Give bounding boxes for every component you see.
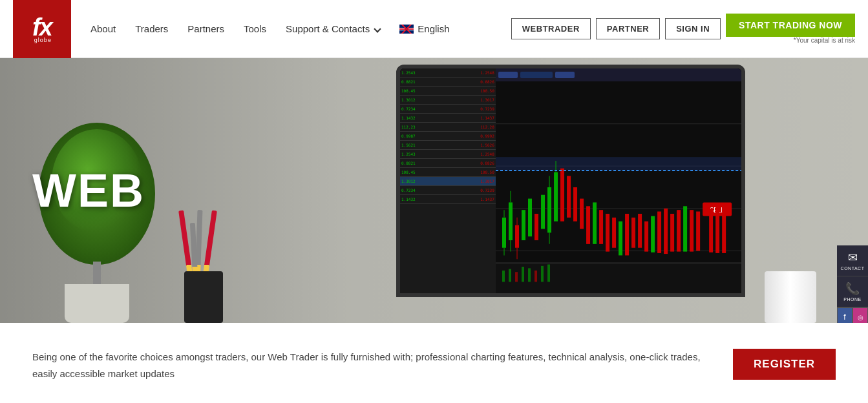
contact-button[interactable]: ✉ CONTACT (837, 245, 868, 276)
capital-risk-text: *Your capital is at risk (794, 37, 855, 44)
instagram-icon: ◎ (858, 314, 863, 321)
hero-main-text: WEB (32, 164, 145, 217)
side-contact-buttons: ✉ CONTACT 📞 PHONE f ◎ in 🐦 (837, 245, 868, 323)
facebook-icon: f (843, 313, 845, 322)
svg-rect-35 (631, 218, 635, 248)
main-nav: About Traders Partners Tools Support & C… (90, 23, 511, 34)
svg-rect-41 (670, 214, 674, 252)
nav-about[interactable]: About (90, 23, 116, 34)
nav-partners[interactable]: Partners (187, 23, 224, 34)
nav-support[interactable]: Support & Contacts (286, 23, 380, 34)
hero-section: 1.25431.2548 0.88210.8826 108.45108.50 1… (0, 58, 868, 323)
svg-rect-36 (638, 214, 642, 248)
svg-rect-45 (696, 211, 700, 251)
nav-traders[interactable]: Traders (135, 23, 168, 34)
phone-icon: 📞 (845, 282, 860, 296)
svg-rect-26 (573, 187, 577, 222)
language-label: English (418, 23, 449, 34)
pencil-cup-decoration (175, 220, 233, 323)
svg-rect-18 (541, 195, 545, 229)
chevron-down-icon (374, 25, 381, 32)
svg-rect-24 (560, 169, 564, 222)
logo[interactable]: fx globe (13, 0, 71, 58)
phone-label: PHONE (843, 297, 861, 302)
content-section: Being one of the favorite choices amongs… (0, 323, 868, 403)
instagram-button[interactable]: ◎ (852, 307, 868, 323)
svg-rect-48 (709, 209, 713, 253)
svg-rect-15 (522, 210, 525, 240)
envelope-icon: ✉ (848, 251, 858, 265)
white-cup-decoration (765, 271, 816, 323)
svg-rect-28 (586, 206, 590, 244)
svg-rect-58 (528, 268, 531, 282)
signin-button[interactable]: SIGN IN (665, 18, 721, 39)
partner-button[interactable]: PARTNER (596, 18, 660, 39)
svg-rect-6 (502, 218, 506, 248)
language-selector[interactable]: English (399, 23, 449, 34)
svg-rect-57 (522, 267, 524, 282)
uk-flag-icon (399, 25, 414, 34)
content-description: Being one of the favorite choices amongs… (32, 349, 707, 382)
svg-rect-27 (580, 199, 584, 229)
svg-rect-54 (502, 271, 505, 282)
svg-rect-37 (644, 222, 648, 252)
svg-rect-25 (567, 176, 571, 217)
svg-rect-22 (554, 172, 558, 222)
svg-rect-0 (496, 81, 741, 293)
svg-rect-33 (619, 222, 622, 256)
register-button[interactable]: REGISTER (733, 349, 836, 380)
svg-rect-38 (651, 216, 655, 253)
svg-rect-49 (715, 206, 719, 253)
svg-rect-31 (606, 214, 609, 252)
svg-rect-39 (657, 211, 661, 253)
logo-sub-text: globe (32, 37, 52, 43)
svg-rect-29 (593, 202, 597, 243)
laptop-decoration: 1.25431.2548 0.88210.8826 108.45108.50 1… (377, 65, 752, 323)
svg-rect-44 (690, 210, 693, 251)
svg-rect-55 (509, 269, 511, 282)
webtrader-button[interactable]: WEBTRADER (511, 18, 591, 39)
start-trading-button[interactable]: START TRADING NOW (726, 14, 855, 37)
svg-rect-19 (547, 187, 551, 232)
svg-rect-43 (683, 206, 687, 251)
svg-rect-50 (722, 204, 726, 253)
svg-rect-52 (496, 263, 741, 293)
facebook-button[interactable]: f (837, 307, 852, 323)
svg-rect-9 (509, 202, 513, 240)
nav-tools[interactable]: Tools (244, 23, 266, 34)
svg-rect-12 (515, 225, 519, 248)
social-buttons: f ◎ in 🐦 (837, 307, 868, 323)
svg-rect-40 (664, 209, 668, 254)
svg-rect-5 (496, 157, 741, 170)
svg-rect-60 (541, 266, 544, 282)
svg-rect-32 (612, 218, 616, 248)
svg-rect-56 (515, 272, 518, 282)
header: fx globe About Traders Partners Tools Su… (0, 0, 868, 58)
logo-fx-text: fx (32, 15, 52, 39)
svg-rect-61 (547, 264, 550, 282)
svg-rect-17 (535, 214, 538, 240)
cta-group: START TRADING NOW *Your capital is at ri… (726, 14, 855, 44)
svg-rect-42 (677, 210, 681, 251)
svg-rect-30 (599, 210, 603, 244)
contact-label: CONTACT (841, 266, 865, 271)
svg-rect-34 (625, 214, 629, 255)
header-actions: WEBTRADER PARTNER SIGN IN START TRADING … (511, 14, 855, 44)
phone-button[interactable]: 📞 PHONE (837, 276, 868, 307)
svg-rect-59 (535, 271, 537, 282)
svg-rect-16 (528, 199, 532, 237)
